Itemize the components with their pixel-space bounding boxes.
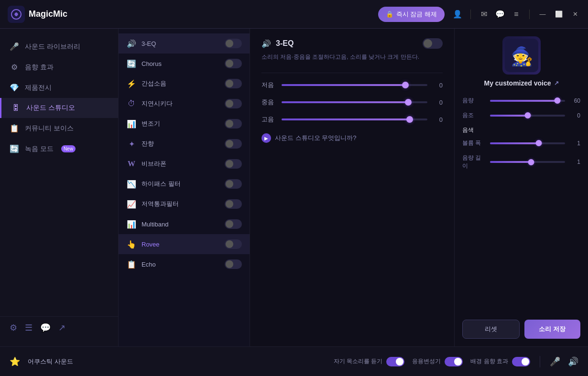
bass-slider-track[interactable] bbox=[282, 84, 427, 86]
mid-slider-thumb[interactable] bbox=[405, 99, 412, 106]
chorus-toggle-switch[interactable] bbox=[225, 59, 242, 68]
effects-icon: ⚙ bbox=[10, 63, 19, 72]
app-title: MagicMic bbox=[29, 9, 67, 19]
eq-icon: 🔊 bbox=[126, 39, 137, 48]
save-button[interactable]: 소리 저장 bbox=[524, 320, 581, 339]
lock-button[interactable]: 🔒 즉시 잠금 해제 bbox=[378, 7, 445, 22]
mid-slider-track[interactable] bbox=[282, 101, 427, 103]
eq-header-icon: 🔊 bbox=[261, 39, 271, 48]
effect-item-reverb[interactable]: ✦ 잔향 bbox=[119, 134, 250, 154]
treble-slider-fill bbox=[282, 118, 410, 120]
user-icon[interactable]: 👤 bbox=[452, 9, 463, 20]
titlebar: MagicMic 🔒 즉시 잠금 해제 👤 ✉ 💬 ≡ — ⬜ ✕ bbox=[0, 0, 588, 29]
volume-length-slider-track[interactable] bbox=[490, 161, 565, 163]
voice-changer-toggle[interactable] bbox=[445, 357, 463, 366]
volume-range-slider-track[interactable] bbox=[490, 142, 565, 144]
volume-label: 음량 bbox=[462, 97, 486, 105]
volume-range-slider-thumb[interactable] bbox=[536, 140, 542, 146]
sidebar-item-recording[interactable]: 🔄 녹음 모드 New bbox=[0, 139, 118, 159]
timbre-label: 음색 bbox=[462, 126, 580, 134]
volume-slider-track[interactable] bbox=[490, 100, 565, 102]
reset-button[interactable]: 리셋 bbox=[462, 320, 520, 339]
effect-item-multiband[interactable]: 📊 Multiband bbox=[119, 214, 250, 234]
voice-preview: 🧙 My customized voice ↗ bbox=[462, 36, 580, 87]
multiband-toggle-switch[interactable] bbox=[225, 219, 242, 229]
self-monitor-toggle[interactable] bbox=[386, 357, 404, 366]
share-icon[interactable]: ↗ bbox=[58, 322, 65, 333]
eq-main-toggle[interactable] bbox=[423, 38, 443, 49]
noise-toggle-switch[interactable] bbox=[225, 79, 242, 88]
modulator-toggle-switch[interactable] bbox=[225, 119, 242, 129]
rovee-icon: 👆 bbox=[126, 240, 137, 249]
sidebar: 🎤 사운드 라이브러리 ⚙ 음향 효과 💎 제품전시 🎛 사운드 스튜디오 📋 … bbox=[0, 29, 119, 346]
content-panel: 🔊 3-EQ 소리의 저음·중음을 조절하다고음, 소리를 낮거나 크게 만든다… bbox=[250, 29, 454, 346]
divider bbox=[470, 10, 471, 19]
mic-icon[interactable]: 🎤 bbox=[550, 356, 560, 367]
treble-slider-thumb[interactable] bbox=[406, 116, 413, 123]
echo-toggle-switch[interactable] bbox=[225, 259, 242, 269]
bg-effects-label: 배경 음향 효과 bbox=[470, 357, 508, 365]
sidebar-item-product[interactable]: 💎 제품전시 bbox=[0, 77, 118, 98]
vibrato-toggle-switch[interactable] bbox=[225, 159, 242, 169]
minimize-button[interactable]: — bbox=[537, 9, 548, 20]
menu-icon[interactable]: ≡ bbox=[511, 9, 522, 20]
titlebar-icons: 👤 ✉ 💬 ≡ — ⬜ ✕ bbox=[452, 9, 580, 20]
mid-slider-fill bbox=[282, 101, 408, 103]
bass-value: 0 bbox=[433, 82, 443, 89]
effect-item-vibrato[interactable]: W 비브라폰 bbox=[119, 154, 250, 174]
sidebar-label-effects: 음향 효과 bbox=[25, 63, 54, 72]
pitch-value: 0 bbox=[569, 112, 580, 119]
svg-text:🧙: 🧙 bbox=[510, 45, 533, 67]
sidebar-item-effects[interactable]: ⚙ 음향 효과 bbox=[0, 57, 118, 77]
acoustic-icon: ⭐ bbox=[10, 356, 20, 367]
effect-item-delay[interactable]: ⏱ 지연시키다 bbox=[119, 94, 250, 114]
bass-slider-thumb[interactable] bbox=[402, 82, 409, 88]
treble-slider-track[interactable] bbox=[282, 118, 427, 120]
effect-item-highpass[interactable]: 📉 하이패스 필터 bbox=[119, 174, 250, 194]
reverb-toggle-switch[interactable] bbox=[225, 139, 242, 149]
sidebar-item-sound-library[interactable]: 🎤 사운드 라이브러리 bbox=[0, 36, 118, 57]
sidebar-label-community: 커뮤니티 보이스 bbox=[25, 124, 74, 133]
sidebar-item-studio[interactable]: 🎛 사운드 스튜디오 bbox=[0, 98, 118, 118]
action-buttons: 리셋 소리 저장 bbox=[462, 312, 580, 339]
settings-icon[interactable]: ⚙ bbox=[10, 322, 17, 333]
chat-icon[interactable]: 💬 bbox=[40, 322, 51, 333]
pitch-slider-track[interactable] bbox=[490, 115, 565, 117]
highpass-toggle-switch[interactable] bbox=[225, 179, 242, 189]
effect-item-modulator[interactable]: 📊 변조기 bbox=[119, 114, 250, 134]
rovee-toggle-switch[interactable] bbox=[225, 239, 242, 249]
sidebar-item-community[interactable]: 📋 커뮤니티 보이스 bbox=[0, 118, 118, 139]
external-link-icon[interactable]: ↗ bbox=[554, 80, 559, 86]
reverb-icon: ✦ bbox=[126, 140, 137, 149]
list-icon[interactable]: ☰ bbox=[25, 322, 33, 333]
effect-item-rovee[interactable]: 👆 Rovee bbox=[119, 234, 250, 254]
volume-icon[interactable]: 🔊 bbox=[568, 356, 578, 367]
sidebar-bottom: ⚙ ☰ 💬 ↗ bbox=[0, 316, 118, 339]
lock-button-label: 즉시 잠금 해제 bbox=[396, 10, 437, 19]
bg-effects-toggle[interactable] bbox=[512, 357, 530, 366]
volume-slider-thumb[interactable] bbox=[555, 97, 561, 104]
eq-toggle-switch[interactable] bbox=[225, 39, 242, 48]
volume-length-slider-thumb[interactable] bbox=[528, 159, 534, 165]
divider-top bbox=[261, 73, 443, 73]
sidebar-label-recording: 녹음 모드 bbox=[25, 145, 54, 153]
pitch-slider-fill bbox=[490, 115, 528, 117]
effect-item-chorus[interactable]: 🔄 Chorus bbox=[119, 54, 250, 74]
close-button[interactable]: ✕ bbox=[570, 9, 580, 20]
multiband-icon: 📊 bbox=[126, 220, 137, 229]
effect-label-3eq: 3-EQ bbox=[142, 40, 220, 47]
effect-item-3eq[interactable]: 🔊 3-EQ bbox=[119, 33, 250, 54]
effect-label-reverb: 잔향 bbox=[142, 140, 220, 148]
effect-label-chorus: Chorus bbox=[142, 60, 220, 67]
effect-item-lowpass[interactable]: 📈 저역통과필터 bbox=[119, 194, 250, 214]
studio-icon: 🎛 bbox=[11, 104, 21, 112]
what-is-link[interactable]: ▶ 사운드 스튜디오 무엇입니까? bbox=[261, 133, 443, 143]
effect-item-echo[interactable]: 📋 Echo bbox=[119, 254, 250, 274]
maximize-button[interactable]: ⬜ bbox=[554, 9, 564, 20]
lowpass-toggle-switch[interactable] bbox=[225, 199, 242, 209]
mail-icon[interactable]: ✉ bbox=[479, 9, 489, 20]
delay-toggle-switch[interactable] bbox=[225, 99, 242, 108]
pitch-slider-thumb[interactable] bbox=[524, 112, 531, 118]
discord-icon[interactable]: 💬 bbox=[495, 9, 505, 20]
effect-item-noise[interactable]: ⚡ 간섭소음 bbox=[119, 74, 250, 94]
